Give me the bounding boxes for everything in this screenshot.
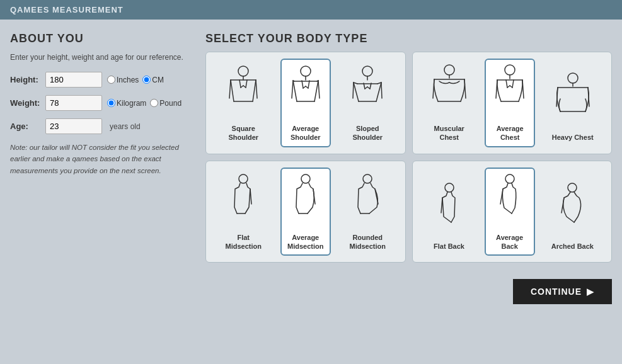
rounded-midsection-figure xyxy=(352,173,383,229)
svg-line-5 xyxy=(231,80,234,101)
height-label: Height: xyxy=(10,75,40,84)
pound-option[interactable]: Pound xyxy=(150,99,181,108)
kilogram-radio[interactable] xyxy=(107,99,115,107)
svg-point-12 xyxy=(301,66,311,76)
square-shoulder-item[interactable]: SquareShoulder xyxy=(218,59,268,147)
left-panel: ABOUT YOU Enter your height, weight and … xyxy=(10,32,193,263)
average-chest-item[interactable]: AverageChest xyxy=(485,59,535,147)
pound-label: Pound xyxy=(159,99,181,108)
svg-line-20 xyxy=(314,81,318,101)
svg-line-19 xyxy=(293,81,297,101)
weight-label: Weight: xyxy=(10,98,40,108)
svg-line-9 xyxy=(246,80,247,88)
average-midsection-figure xyxy=(290,173,321,229)
muscular-chest-item[interactable]: MuscularChest xyxy=(424,59,475,147)
sloped-shoulder-item[interactable]: SlopedShoulder xyxy=(342,59,393,147)
square-shoulder-figure xyxy=(224,64,262,120)
svg-point-40 xyxy=(444,65,454,75)
average-back-figure xyxy=(494,173,526,229)
svg-line-8 xyxy=(239,80,241,88)
description-text: Enter your height, weight and age for ou… xyxy=(10,52,193,63)
average-midsection-label: AverageMidsection xyxy=(287,233,323,251)
arched-back-figure xyxy=(556,181,588,238)
average-shoulder-item[interactable]: AverageShoulder xyxy=(280,59,331,147)
average-chest-figure xyxy=(491,64,529,120)
flat-midsection-figure xyxy=(227,173,259,229)
svg-line-31 xyxy=(353,82,354,98)
height-input[interactable] xyxy=(45,72,102,88)
svg-point-26 xyxy=(362,66,372,76)
title-bar-label: QAMEES MEASUREMENT xyxy=(10,5,124,14)
svg-point-66 xyxy=(363,174,372,183)
weight-input[interactable] xyxy=(45,95,102,111)
average-shoulder-label: AverageShoulder xyxy=(291,124,321,142)
height-row: Height: Inches CM xyxy=(10,72,193,88)
kilogram-label: Kilogram xyxy=(117,99,146,108)
weight-row: Weight: Kilogram Pound xyxy=(10,95,193,111)
right-panel: SELECT YOUR BODY TYPE xyxy=(205,32,612,263)
footer-bar: CONTINUE ▶ xyxy=(0,273,622,310)
svg-point-70 xyxy=(568,183,577,192)
average-chest-label: AverageChest xyxy=(497,124,524,142)
svg-line-18 xyxy=(318,81,320,98)
continue-label: CONTINUE xyxy=(531,287,582,297)
inches-option[interactable]: Inches xyxy=(107,76,139,84)
age-row: Age: years old xyxy=(10,118,193,134)
svg-line-32 xyxy=(381,82,382,98)
age-suffix: years old xyxy=(110,122,141,131)
svg-point-69 xyxy=(505,174,514,183)
svg-point-64 xyxy=(301,174,310,183)
svg-line-17 xyxy=(292,81,293,98)
svg-line-4 xyxy=(256,80,257,98)
average-midsection-item[interactable]: AverageMidsection xyxy=(280,168,331,256)
muscular-chest-label: MuscularChest xyxy=(434,124,464,142)
rounded-midsection-item[interactable]: RoundedMidsection xyxy=(342,168,393,256)
sloped-shoulder-figure xyxy=(348,64,386,120)
shoulder-section: SquareShoulder xyxy=(205,52,406,154)
heavy-chest-label: Heavy Chest xyxy=(552,133,594,142)
continue-button[interactable]: CONTINUE ▶ xyxy=(513,279,612,304)
svg-line-39 xyxy=(367,87,370,89)
flat-back-figure xyxy=(434,181,465,238)
muscular-chest-figure xyxy=(430,64,468,120)
svg-point-56 xyxy=(568,73,578,83)
cm-label: CM xyxy=(152,76,164,84)
heavy-chest-figure xyxy=(554,72,592,129)
title-bar: QAMEES MEASUREMENT xyxy=(0,0,622,20)
average-shoulder-figure xyxy=(287,64,325,120)
inches-label: Inches xyxy=(117,76,139,84)
average-back-item[interactable]: AverageBack xyxy=(485,168,535,256)
flat-midsection-label: FlatMidsection xyxy=(226,233,262,251)
arched-back-item[interactable]: Arched Back xyxy=(545,176,600,256)
svg-line-53 xyxy=(512,80,514,88)
rounded-midsection-label: RoundedMidsection xyxy=(350,233,386,251)
svg-line-25 xyxy=(306,86,308,88)
heavy-chest-item[interactable]: Heavy Chest xyxy=(546,67,600,147)
svg-point-46 xyxy=(505,65,515,75)
svg-line-52 xyxy=(506,80,507,88)
average-back-label: AverageBack xyxy=(496,233,523,251)
svg-line-11 xyxy=(243,86,246,88)
age-input[interactable] xyxy=(45,118,102,134)
body-type-title: SELECT YOUR BODY TYPE xyxy=(205,32,612,45)
square-shoulder-label: SquareShoulder xyxy=(228,124,258,142)
flat-midsection-item[interactable]: FlatMidsection xyxy=(218,168,268,256)
pound-radio[interactable] xyxy=(150,99,158,107)
arched-back-label: Arched Back xyxy=(551,242,594,251)
sloped-shoulder-label: SlopedShoulder xyxy=(352,124,383,142)
svg-point-68 xyxy=(445,183,454,192)
chest-section: MuscularChest xyxy=(412,52,613,154)
svg-line-55 xyxy=(510,86,512,88)
svg-line-33 xyxy=(354,82,359,101)
flat-back-item[interactable]: Flat Back xyxy=(424,176,475,256)
svg-line-23 xyxy=(308,81,309,88)
weight-units: Kilogram Pound xyxy=(107,99,181,108)
body-type-grid: SquareShoulder xyxy=(205,52,612,263)
back-section: Flat Back AverageBack xyxy=(412,161,613,263)
svg-point-0 xyxy=(238,66,248,76)
cm-option[interactable]: CM xyxy=(142,76,164,84)
kilogram-option[interactable]: Kilogram xyxy=(107,99,146,108)
inches-radio[interactable] xyxy=(107,76,115,84)
cm-radio[interactable] xyxy=(142,76,151,84)
about-you-title: ABOUT YOU xyxy=(10,32,193,45)
